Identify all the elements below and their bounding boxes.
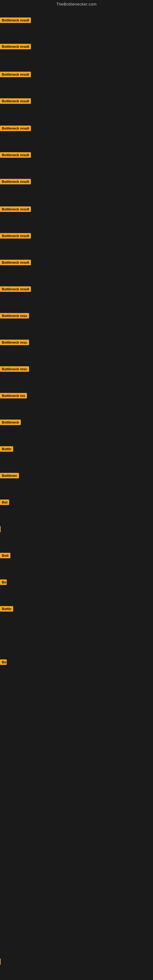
bottleneck-badge: Bottleneck	[0, 420, 21, 425]
cursor-line	[0, 959, 1, 965]
bottleneck-badge-row[interactable]: Bott	[0, 553, 10, 560]
bottleneck-badge: Bottleneck res	[0, 393, 27, 398]
bottleneck-badge-row[interactable]: Bottleneck result	[0, 126, 31, 132]
bottleneck-badge-row[interactable]: Bottle	[0, 606, 13, 613]
bottleneck-badge: Bo	[0, 579, 7, 585]
bottleneck-badge-row[interactable]: Bottleneck result	[0, 98, 31, 105]
bottleneck-badge: Bottleneck result	[0, 179, 31, 185]
bottleneck-badge-row[interactable]: Bottleneck resu	[0, 313, 29, 320]
bottleneck-badge: Bottleneck result	[0, 233, 31, 239]
bottleneck-badge-row[interactable]: Bottleneck result	[0, 44, 31, 51]
bottleneck-badge: Bottleneck result	[0, 207, 31, 212]
bottleneck-badge: Bottleneck result	[0, 18, 31, 23]
bottleneck-badge-row[interactable]: Bottleneck	[0, 420, 21, 426]
bottleneck-badge: Bottlenec	[0, 473, 19, 478]
bottleneck-badge: Bottleneck result	[0, 44, 31, 49]
bottleneck-badge: Bottleneck result	[0, 72, 31, 77]
bottleneck-badge: Bottleneck result	[0, 98, 31, 104]
bottleneck-badge-row[interactable]: Bottleneck resu	[0, 340, 29, 346]
site-title: TheBottlenecker.com	[0, 0, 153, 10]
cursor-line	[0, 526, 1, 532]
bottleneck-badge-row[interactable]: Bottleneck res	[0, 393, 27, 400]
bottleneck-badge: Bottleneck resu	[0, 313, 29, 318]
bottleneck-badge-row[interactable]: Bot	[0, 500, 9, 506]
bottleneck-badge-row[interactable]: Bo	[0, 579, 7, 586]
bottleneck-badge: Bottleneck resu	[0, 366, 29, 372]
bottleneck-badge: Bottleneck result	[0, 286, 31, 292]
bottleneck-badge: Bottleneck resu	[0, 340, 29, 345]
bottleneck-badge-row[interactable]: Bottleneck result	[0, 233, 31, 240]
bottleneck-badge: Bottleneck result	[0, 126, 31, 131]
bottleneck-badge: Bottleneck result	[0, 260, 31, 265]
bottleneck-badge-row[interactable]: Bottleneck result	[0, 286, 31, 293]
bottleneck-badge: Bottle	[0, 446, 13, 452]
bottleneck-badge: Bottle	[0, 606, 13, 612]
bottleneck-badge-row[interactable]: Bottleneck result	[0, 179, 31, 186]
bottleneck-badge: Bo	[0, 659, 7, 665]
bottleneck-badge: Bot	[0, 500, 9, 505]
bottleneck-badge-row[interactable]: Bottlenec	[0, 473, 19, 480]
bottleneck-badge-row[interactable]: Bottleneck result	[0, 207, 31, 213]
bottleneck-badge-row[interactable]: Bottleneck result	[0, 152, 31, 159]
bottleneck-badge-row[interactable]: Bottle	[0, 446, 13, 453]
bottleneck-badge: Bottleneck result	[0, 152, 31, 158]
bottleneck-badge-row[interactable]: Bo	[0, 659, 7, 666]
bottleneck-badge-row[interactable]: Bottleneck resu	[0, 366, 29, 373]
bottleneck-badge-row[interactable]: Bottleneck result	[0, 260, 31, 266]
bottleneck-badge-row[interactable]: Bottleneck result	[0, 72, 31, 78]
bottleneck-badge-row[interactable]: Bottleneck result	[0, 18, 31, 24]
bottleneck-badge: Bott	[0, 553, 10, 558]
